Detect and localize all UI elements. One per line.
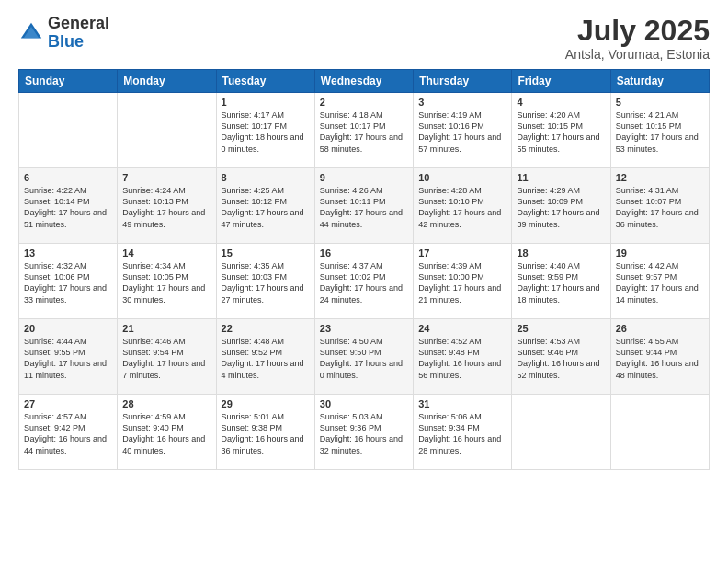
calendar-cell: 10Sunrise: 4:28 AM Sunset: 10:10 PM Dayl… (414, 168, 512, 244)
day-number: 15 (222, 247, 310, 259)
day-info: Sunrise: 5:03 AM Sunset: 9:36 PM Dayligh… (320, 411, 408, 456)
page: General Blue July 2025 Antsla, Vorumaa, … (0, 0, 728, 563)
day-number: 27 (24, 398, 112, 409)
day-info: Sunrise: 5:01 AM Sunset: 9:38 PM Dayligh… (222, 411, 310, 456)
day-number: 13 (24, 247, 112, 259)
day-number: 21 (122, 323, 210, 334)
calendar-header-thursday: Thursday (414, 70, 512, 93)
calendar-cell: 19Sunrise: 4:42 AM Sunset: 9:57 PM Dayli… (610, 244, 709, 319)
calendar-week-3: 13Sunrise: 4:32 AM Sunset: 10:06 PM Dayl… (19, 244, 710, 319)
day-number: 6 (24, 172, 112, 183)
day-number: 14 (122, 247, 210, 259)
logo: General Blue (18, 15, 109, 52)
logo-icon (18, 20, 44, 46)
day-info: Sunrise: 4:26 AM Sunset: 10:11 PM Daylig… (320, 185, 408, 230)
calendar-cell: 27Sunrise: 4:57 AM Sunset: 9:42 PM Dayli… (19, 395, 118, 470)
day-number: 19 (616, 247, 704, 259)
calendar-week-5: 27Sunrise: 4:57 AM Sunset: 9:42 PM Dayli… (19, 395, 710, 470)
day-number: 10 (418, 172, 506, 183)
day-number: 31 (418, 398, 506, 409)
calendar-cell: 20Sunrise: 4:44 AM Sunset: 9:55 PM Dayli… (19, 319, 118, 395)
logo-text: General Blue (48, 15, 109, 52)
calendar-cell: 31Sunrise: 5:06 AM Sunset: 9:34 PM Dayli… (414, 395, 512, 470)
day-info: Sunrise: 4:48 AM Sunset: 9:52 PM Dayligh… (222, 336, 310, 381)
calendar-cell: 9Sunrise: 4:26 AM Sunset: 10:11 PM Dayli… (314, 168, 413, 244)
day-info: Sunrise: 4:46 AM Sunset: 9:54 PM Dayligh… (122, 336, 210, 381)
calendar-cell: 2Sunrise: 4:18 AM Sunset: 10:17 PM Dayli… (314, 93, 413, 168)
day-number: 1 (222, 97, 310, 108)
calendar-cell: 1Sunrise: 4:17 AM Sunset: 10:17 PM Dayli… (216, 93, 314, 168)
calendar-header-tuesday: Tuesday (216, 70, 314, 93)
calendar-header-saturday: Saturday (610, 70, 709, 93)
calendar-cell (118, 93, 216, 168)
day-info: Sunrise: 4:19 AM Sunset: 10:16 PM Daylig… (418, 109, 506, 155)
day-number: 30 (320, 398, 408, 409)
calendar-cell: 23Sunrise: 4:50 AM Sunset: 9:50 PM Dayli… (314, 319, 413, 395)
day-info: Sunrise: 4:42 AM Sunset: 9:57 PM Dayligh… (616, 260, 704, 305)
day-info: Sunrise: 4:44 AM Sunset: 9:55 PM Dayligh… (24, 336, 112, 381)
day-number: 16 (320, 247, 408, 259)
calendar-cell: 24Sunrise: 4:52 AM Sunset: 9:48 PM Dayli… (414, 319, 512, 395)
day-number: 2 (320, 97, 408, 108)
calendar-cell: 18Sunrise: 4:40 AM Sunset: 9:59 PM Dayli… (512, 244, 610, 319)
day-info: Sunrise: 4:32 AM Sunset: 10:06 PM Daylig… (24, 260, 112, 305)
day-number: 22 (222, 323, 310, 334)
day-info: Sunrise: 4:22 AM Sunset: 10:14 PM Daylig… (24, 185, 112, 230)
calendar-header-monday: Monday (118, 70, 216, 93)
day-number: 29 (222, 398, 310, 409)
main-title: July 2025 (565, 15, 710, 47)
calendar-cell: 30Sunrise: 5:03 AM Sunset: 9:36 PM Dayli… (314, 395, 413, 470)
calendar-cell: 5Sunrise: 4:21 AM Sunset: 10:15 PM Dayli… (610, 93, 709, 168)
day-info: Sunrise: 4:25 AM Sunset: 10:12 PM Daylig… (222, 185, 310, 230)
calendar-cell: 17Sunrise: 4:39 AM Sunset: 10:00 PM Dayl… (414, 244, 512, 319)
day-number: 26 (616, 323, 704, 334)
calendar-cell: 16Sunrise: 4:37 AM Sunset: 10:02 PM Dayl… (314, 244, 413, 319)
day-number: 5 (616, 97, 704, 108)
calendar-cell: 7Sunrise: 4:24 AM Sunset: 10:13 PM Dayli… (118, 168, 216, 244)
calendar-header-sunday: Sunday (19, 70, 118, 93)
calendar-header-row: SundayMondayTuesdayWednesdayThursdayFrid… (19, 70, 710, 93)
day-info: Sunrise: 4:39 AM Sunset: 10:00 PM Daylig… (418, 260, 506, 305)
day-number: 11 (517, 172, 605, 183)
calendar-cell: 26Sunrise: 4:55 AM Sunset: 9:44 PM Dayli… (610, 319, 709, 395)
day-number: 8 (222, 172, 310, 183)
day-info: Sunrise: 4:24 AM Sunset: 10:13 PM Daylig… (122, 185, 210, 230)
calendar-header-friday: Friday (512, 70, 610, 93)
day-number: 9 (320, 172, 408, 183)
day-number: 12 (616, 172, 704, 183)
day-info: Sunrise: 4:21 AM Sunset: 10:15 PM Daylig… (616, 109, 704, 155)
calendar-cell: 11Sunrise: 4:29 AM Sunset: 10:09 PM Dayl… (512, 168, 610, 244)
calendar-cell: 3Sunrise: 4:19 AM Sunset: 10:16 PM Dayli… (414, 93, 512, 168)
calendar-cell: 29Sunrise: 5:01 AM Sunset: 9:38 PM Dayli… (216, 395, 314, 470)
calendar-cell: 21Sunrise: 4:46 AM Sunset: 9:54 PM Dayli… (118, 319, 216, 395)
calendar-cell: 12Sunrise: 4:31 AM Sunset: 10:07 PM Dayl… (610, 168, 709, 244)
day-number: 17 (418, 247, 506, 259)
calendar-cell (19, 93, 118, 168)
calendar-week-1: 1Sunrise: 4:17 AM Sunset: 10:17 PM Dayli… (19, 93, 710, 168)
calendar-week-4: 20Sunrise: 4:44 AM Sunset: 9:55 PM Dayli… (19, 319, 710, 395)
day-info: Sunrise: 4:50 AM Sunset: 9:50 PM Dayligh… (320, 336, 408, 381)
day-info: Sunrise: 4:18 AM Sunset: 10:17 PM Daylig… (320, 109, 408, 155)
day-info: Sunrise: 4:35 AM Sunset: 10:03 PM Daylig… (222, 260, 310, 305)
calendar-cell: 4Sunrise: 4:20 AM Sunset: 10:15 PM Dayli… (512, 93, 610, 168)
calendar-cell: 6Sunrise: 4:22 AM Sunset: 10:14 PM Dayli… (19, 168, 118, 244)
calendar-cell: 22Sunrise: 4:48 AM Sunset: 9:52 PM Dayli… (216, 319, 314, 395)
calendar-header-wednesday: Wednesday (314, 70, 413, 93)
header: General Blue July 2025 Antsla, Vorumaa, … (18, 15, 710, 62)
day-info: Sunrise: 4:31 AM Sunset: 10:07 PM Daylig… (616, 185, 704, 230)
day-number: 18 (517, 247, 605, 259)
day-info: Sunrise: 4:28 AM Sunset: 10:10 PM Daylig… (418, 185, 506, 230)
day-number: 24 (418, 323, 506, 334)
day-info: Sunrise: 4:55 AM Sunset: 9:44 PM Dayligh… (616, 336, 704, 381)
day-info: Sunrise: 4:57 AM Sunset: 9:42 PM Dayligh… (24, 411, 112, 456)
calendar-cell: 28Sunrise: 4:59 AM Sunset: 9:40 PM Dayli… (118, 395, 216, 470)
calendar-table: SundayMondayTuesdayWednesdayThursdayFrid… (18, 69, 710, 470)
day-number: 25 (517, 323, 605, 334)
day-number: 20 (24, 323, 112, 334)
calendar-cell: 25Sunrise: 4:53 AM Sunset: 9:46 PM Dayli… (512, 319, 610, 395)
calendar-week-2: 6Sunrise: 4:22 AM Sunset: 10:14 PM Dayli… (19, 168, 710, 244)
day-number: 7 (122, 172, 210, 183)
day-number: 23 (320, 323, 408, 334)
day-info: Sunrise: 4:34 AM Sunset: 10:05 PM Daylig… (122, 260, 210, 305)
day-info: Sunrise: 4:20 AM Sunset: 10:15 PM Daylig… (517, 109, 605, 155)
